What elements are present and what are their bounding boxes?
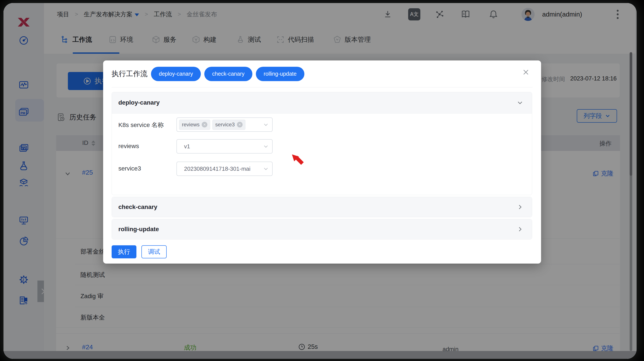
run-workflow-modal: 执行工作流 deploy-canary check-canary rolling… (103, 60, 541, 264)
section-title: check-canary (118, 204, 157, 211)
pill-check-canary[interactable]: check-canary (204, 67, 252, 81)
section-check-canary[interactable]: check-canary (112, 197, 532, 217)
field-label: K8s service 名称 (118, 121, 164, 129)
field-label: service3 (118, 165, 141, 172)
selected-tag: reviews × (179, 120, 210, 130)
chevron-right-icon (517, 204, 523, 210)
service3-version-select[interactable]: 20230809141718-301-mai (176, 162, 272, 176)
chevron-right-icon (517, 226, 523, 233)
modal-title: 执行工作流 (112, 69, 148, 79)
chevron-down-icon (263, 144, 269, 149)
select-value: 20230809141718-301-mai (184, 165, 250, 172)
mouse-cursor (291, 154, 305, 167)
chevron-down-icon (517, 99, 523, 106)
section-title: deploy-canary (118, 99, 160, 106)
pill-deploy-canary[interactable]: deploy-canary (151, 67, 201, 81)
field-label: reviews (118, 143, 139, 150)
modal-debug-button[interactable]: 调试 (142, 245, 167, 258)
browser-window: PM (4, 3, 636, 359)
section-header-deploy[interactable]: deploy-canary (112, 92, 532, 113)
reviews-version-select[interactable]: v1 (176, 139, 272, 154)
remove-tag-icon[interactable]: × (237, 122, 242, 127)
zadig-app: PM (0, 0, 644, 361)
section-deploy-canary: deploy-canary K8s service 名称 reviews × s… (112, 92, 532, 195)
modal-run-button[interactable]: 执行 (112, 245, 136, 258)
close-icon[interactable] (521, 67, 531, 77)
section-body-deploy: K8s service 名称 reviews × service3 × revi… (112, 113, 532, 195)
section-rolling-update[interactable]: rolling-update (112, 219, 532, 239)
k8s-service-multiselect[interactable]: reviews × service3 × (176, 117, 272, 132)
selected-tag: service3 × (212, 120, 245, 130)
pill-rolling-update[interactable]: rolling-update (256, 67, 304, 81)
section-title: rolling-update (118, 226, 159, 233)
remove-tag-icon[interactable]: × (202, 122, 207, 127)
chevron-down-icon (263, 166, 269, 172)
chevron-down-icon (263, 122, 269, 127)
select-value: v1 (184, 143, 190, 150)
modal-header: 执行工作流 deploy-canary check-canary rolling… (112, 60, 532, 87)
